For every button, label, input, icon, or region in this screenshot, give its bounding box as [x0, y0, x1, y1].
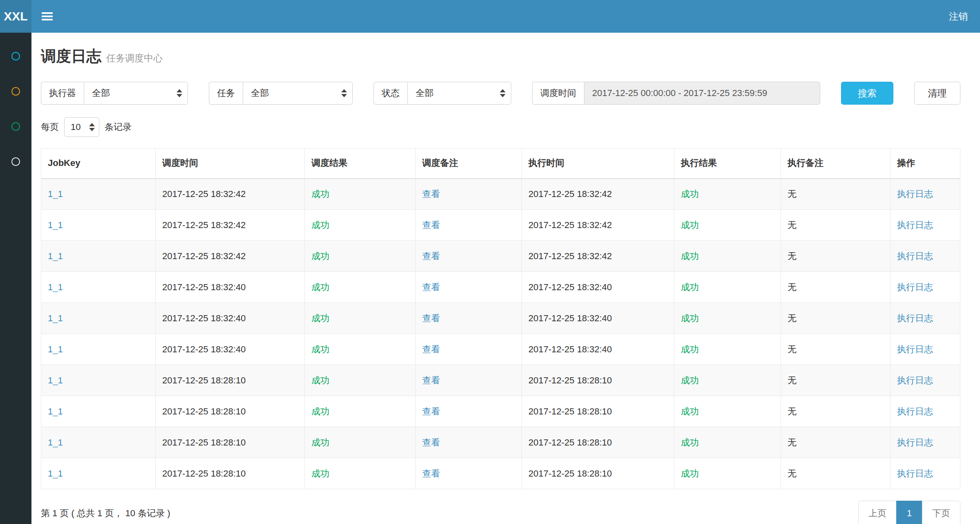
- execution-log-link[interactable]: 执行日志: [897, 344, 933, 354]
- executor-select-value: 全部: [92, 87, 110, 99]
- trigger-time-range-input[interactable]: 2017-12-25 00:00:00 - 2017-12-25 23:59:5…: [584, 82, 820, 105]
- job-select-value: 全部: [251, 87, 269, 99]
- trigger-msg-link[interactable]: 查看: [422, 375, 440, 385]
- action-cell: 执行日志: [891, 334, 960, 365]
- jobkey-cell: 1_1: [41, 334, 156, 365]
- action-cell: 执行日志: [891, 179, 960, 210]
- trigger-msg-cell: 查看: [416, 396, 522, 427]
- trigger-msg-link[interactable]: 查看: [422, 437, 440, 448]
- action-cell: 执行日志: [891, 241, 960, 272]
- handle-msg-cell: 无: [781, 458, 891, 489]
- sidebar: [0, 33, 31, 524]
- trigger-time-cell: 2017-12-25 18:32:40: [156, 272, 305, 303]
- handle-time-cell: 2017-12-25 18:32:42: [522, 179, 674, 210]
- logout-link[interactable]: 注销: [937, 10, 980, 23]
- jobkey-link[interactable]: 1_1: [48, 468, 63, 479]
- page-subtitle: 任务调度中心: [106, 53, 163, 63]
- jobkey-cell: 1_1: [41, 396, 156, 427]
- trigger-msg-link[interactable]: 查看: [422, 282, 440, 292]
- log-row: 1_1 2017-12-25 18:28:10 成功 查看 2017-12-25…: [41, 365, 960, 396]
- execution-log-link[interactable]: 执行日志: [897, 282, 933, 292]
- trigger-msg-link[interactable]: 查看: [422, 313, 440, 323]
- trigger-msg-link[interactable]: 查看: [422, 406, 440, 417]
- trigger-result-cell: 成功: [305, 365, 416, 396]
- page-size-select[interactable]: 10: [64, 117, 99, 137]
- executor-select[interactable]: 全部: [84, 82, 188, 105]
- trigger-msg-cell: 查看: [416, 458, 522, 489]
- log-row: 1_1 2017-12-25 18:32:40 成功 查看 2017-12-25…: [41, 334, 960, 365]
- executor-filter-group: 执行器 全部: [41, 82, 188, 105]
- status-select[interactable]: 全部: [407, 82, 511, 105]
- trigger-time-cell: 2017-12-25 18:32:42: [156, 241, 305, 272]
- trigger-msg-link[interactable]: 查看: [422, 468, 440, 479]
- sidebar-item[interactable]: [0, 144, 31, 179]
- select-arrows-icon: [500, 89, 506, 97]
- trigger-time-cell: 2017-12-25 18:28:10: [156, 458, 305, 489]
- trigger-result-text: 成功: [311, 251, 329, 261]
- trigger-msg-link[interactable]: 查看: [422, 220, 440, 230]
- jobkey-link[interactable]: 1_1: [48, 406, 63, 417]
- sidebar-item[interactable]: [0, 109, 31, 144]
- trigger-msg-link[interactable]: 查看: [422, 344, 440, 354]
- execution-log-link[interactable]: 执行日志: [897, 251, 933, 261]
- jobkey-cell: 1_1: [41, 241, 156, 272]
- execution-log-link[interactable]: 执行日志: [897, 189, 933, 199]
- filter-bar: 执行器 全部 任务 全部 状态 全部: [41, 82, 960, 105]
- jobkey-link[interactable]: 1_1: [48, 189, 63, 199]
- app-logo[interactable]: XXL: [0, 0, 31, 33]
- execution-log-link[interactable]: 执行日志: [897, 468, 933, 479]
- execution-log-link[interactable]: 执行日志: [897, 437, 933, 448]
- handle-time-cell: 2017-12-25 18:28:10: [522, 427, 674, 458]
- log-row: 1_1 2017-12-25 18:32:40 成功 查看 2017-12-25…: [41, 303, 960, 334]
- jobkey-link[interactable]: 1_1: [48, 282, 63, 292]
- handle-result-cell: 成功: [674, 272, 781, 303]
- handle-time-cell: 2017-12-25 18:32:40: [522, 334, 674, 365]
- handle-result-cell: 成功: [674, 210, 781, 241]
- top-navbar: XXL 注销: [0, 0, 980, 33]
- executor-filter-label: 执行器: [41, 82, 84, 105]
- handle-time-cell: 2017-12-25 18:28:10: [522, 365, 674, 396]
- jobkey-link[interactable]: 1_1: [48, 220, 63, 230]
- page-title: 调度日志任务调度中心: [41, 47, 960, 67]
- job-select[interactable]: 全部: [243, 82, 353, 105]
- trigger-result-cell: 成功: [305, 334, 416, 365]
- execution-log-link[interactable]: 执行日志: [897, 406, 933, 417]
- next-page-button[interactable]: 下页: [922, 501, 960, 524]
- sidebar-item[interactable]: [0, 74, 31, 109]
- log-table-body: 1_1 2017-12-25 18:32:42 成功 查看 2017-12-25…: [41, 179, 960, 489]
- jobkey-cell: 1_1: [41, 458, 156, 489]
- clear-button[interactable]: 清理: [914, 82, 960, 105]
- sidebar-item[interactable]: [0, 38, 31, 74]
- circle-outline-icon: [11, 122, 20, 131]
- jobkey-link[interactable]: 1_1: [48, 313, 63, 323]
- navbar-main: 注销: [31, 0, 980, 33]
- handle-result-cell: 成功: [674, 303, 781, 334]
- search-button[interactable]: 搜索: [841, 82, 893, 105]
- handle-result-cell: 成功: [674, 427, 781, 458]
- trigger-result-text: 成功: [311, 406, 329, 417]
- sidebar-toggle-button[interactable]: [31, 0, 63, 33]
- jobkey-link[interactable]: 1_1: [48, 375, 63, 385]
- job-filter-group: 任务 全部: [209, 82, 353, 105]
- handle-result-cell: 成功: [674, 179, 781, 210]
- jobkey-link[interactable]: 1_1: [48, 437, 63, 448]
- trigger-msg-link[interactable]: 查看: [422, 251, 440, 261]
- action-cell: 执行日志: [891, 396, 960, 427]
- trigger-result-cell: 成功: [305, 210, 416, 241]
- dispatch-log-table: JobKey 调度时间 调度结果 调度备注 执行时间 执行结果 执行备注 操作: [41, 148, 960, 489]
- trigger-msg-cell: 查看: [416, 272, 522, 303]
- jobkey-cell: 1_1: [41, 303, 156, 334]
- jobkey-link[interactable]: 1_1: [48, 251, 63, 261]
- execution-log-link[interactable]: 执行日志: [897, 313, 933, 323]
- prev-page-button[interactable]: 上页: [858, 501, 897, 524]
- page-size-value: 10: [71, 122, 81, 132]
- trigger-result-text: 成功: [311, 437, 329, 448]
- current-page-button[interactable]: 1: [896, 501, 922, 524]
- trigger-msg-cell: 查看: [416, 365, 522, 396]
- execution-log-link[interactable]: 执行日志: [897, 375, 933, 385]
- status-filter-label: 状态: [374, 82, 407, 105]
- action-cell: 执行日志: [891, 365, 960, 396]
- trigger-msg-link[interactable]: 查看: [422, 189, 440, 199]
- jobkey-link[interactable]: 1_1: [48, 344, 63, 354]
- execution-log-link[interactable]: 执行日志: [897, 220, 933, 230]
